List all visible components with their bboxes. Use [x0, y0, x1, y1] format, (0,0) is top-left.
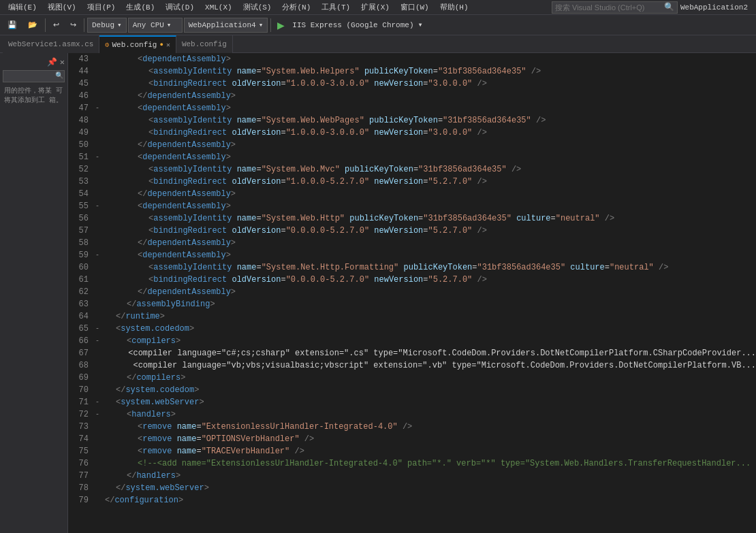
gutter-line-60: 60 — [68, 261, 102, 274]
code-line-77: </handlers> — [105, 470, 756, 482]
tab-modified-dot: ● — [159, 42, 163, 48]
gutter-line-65: 65- — [68, 323, 102, 335]
config-label: Debug — [92, 21, 114, 29]
sidebar-pin[interactable]: 📌 — [47, 57, 57, 67]
gutter-line-54: 54 — [68, 188, 102, 200]
gutter-line-77: 77 — [68, 470, 102, 482]
code-line-76: <!--<add name="ExtensionlessUrlHandler-I… — [105, 457, 756, 470]
gutter-line-63: 63 — [68, 298, 102, 310]
toolbar-separator-3 — [270, 18, 271, 32]
menu-tools[interactable]: 工具(T) — [316, 1, 356, 14]
toolbar-open[interactable]: 📂 — [23, 18, 42, 31]
tab-webconfig-close[interactable]: ✕ — [166, 41, 170, 49]
project-dropdown[interactable]: WebApplication4 ▾ — [184, 18, 268, 33]
gutter-line-57: 57 — [68, 225, 102, 237]
project-chevron: ▾ — [259, 20, 264, 29]
code-line-75: <remove name="TRACEVerbHandler" /> — [105, 445, 756, 457]
tab-webconfig2-label: Web.config — [182, 40, 227, 48]
gutter-line-69: 69 — [68, 372, 102, 384]
code-line-59: <dependentAssembly> — [105, 249, 756, 261]
menu-extensions[interactable]: 扩展(X) — [356, 1, 395, 14]
code-line-69: </compilers> — [105, 372, 756, 384]
menu-project[interactable]: 项目(P) — [82, 1, 121, 14]
menu-debug[interactable]: 调试(D) — [160, 1, 200, 14]
tab-webservice-label: WebService1.asmx.cs — [8, 40, 93, 48]
gutter-line-51: 51- — [68, 151, 102, 163]
code-line-43: <dependentAssembly> — [105, 53, 756, 65]
toolbar-separator-2 — [84, 18, 84, 32]
main-layout: 📌 ✕ 🔍 用的控件，将某 可将其添加到工 箱。 4344454647-4849… — [0, 53, 756, 533]
code-lines: <dependentAssembly><assemblyIdentity nam… — [102, 53, 756, 533]
gutter-line-49: 49 — [68, 127, 102, 139]
tab-webconfig2[interactable]: Web.config — [176, 35, 233, 53]
gutter-line-43: 43 — [68, 53, 102, 65]
gutter-line-55: 55- — [68, 200, 102, 212]
code-line-50: </dependentAssembly> — [105, 139, 756, 151]
gutter-line-78: 78 — [68, 482, 102, 494]
code-line-60: <assemblyIdentity name="System.Net.Http.… — [105, 261, 756, 274]
code-line-74: <remove name="OPTIONSVerbHandler" /> — [105, 433, 756, 445]
config-chevron: ▾ — [117, 20, 122, 29]
gutter-line-50: 50 — [68, 139, 102, 151]
run-dropdown-chevron[interactable]: ▾ — [418, 20, 423, 30]
code-line-55: <dependentAssembly> — [105, 200, 756, 212]
code-line-73: <remove name="ExtensionlessUrlHandler-In… — [105, 421, 756, 433]
platform-chevron: ▾ — [167, 20, 172, 29]
toolbar-save-all[interactable]: 💾 — [3, 18, 22, 31]
config-dropdown[interactable]: Debug ▾ — [87, 18, 127, 33]
menu-view[interactable]: 视图(V) — [42, 1, 82, 14]
gutter-line-56: 56 — [68, 212, 102, 225]
code-line-78: </system.webServer> — [105, 482, 756, 494]
sidebar-close[interactable]: ✕ — [60, 57, 65, 67]
code-line-47: <dependentAssembly> — [105, 102, 756, 114]
tab-bar: WebService1.asmx.cs ⚙ Web.config ● ✕ Web… — [0, 35, 756, 53]
gutter-line-67: 67 — [68, 347, 102, 359]
sidebar: 📌 ✕ 🔍 用的控件，将某 可将其添加到工 箱。 — [0, 53, 68, 533]
menu-help[interactable]: 帮助(H) — [435, 1, 474, 14]
sidebar-search-icon: 🔍 — [55, 71, 63, 80]
menu-xml[interactable]: XML(X) — [200, 2, 238, 13]
run-button[interactable]: ▶ — [274, 18, 288, 33]
gutter-line-70: 70 — [68, 384, 102, 396]
tab-webconfig-active[interactable]: ⚙ Web.config ● ✕ — [99, 35, 176, 53]
platform-dropdown[interactable]: Any CPU ▾ — [128, 18, 183, 33]
menu-edit[interactable]: 编辑(E) — [3, 1, 42, 14]
gutter-line-68: 68 — [68, 359, 102, 372]
tab-webservice[interactable]: WebService1.asmx.cs — [3, 35, 99, 53]
toolbar-undo[interactable]: ↩ — [48, 18, 64, 31]
gutter-line-72: 72- — [68, 408, 102, 421]
project-label: WebApplication4 — [189, 21, 256, 29]
code-line-65: <system.codedom> — [105, 323, 756, 335]
code-line-56: <assemblyIdentity name="System.Web.Http"… — [105, 212, 756, 225]
code-line-64: </runtime> — [105, 310, 756, 323]
gutter-line-45: 45 — [68, 78, 102, 90]
toolbar: 💾 📂 ↩ ↪ Debug ▾ Any CPU ▾ WebApplication… — [0, 15, 756, 35]
toolbar-redo[interactable]: ↪ — [65, 18, 81, 31]
search-input[interactable] — [555, 3, 664, 12]
gutter-line-44: 44 — [68, 65, 102, 78]
menu-window[interactable]: 窗口(W) — [395, 1, 435, 14]
code-line-44: <assemblyIdentity name="System.Web.Helpe… — [105, 65, 756, 78]
code-line-45: <bindingRedirect oldVersion="1.0.0.0-3.0… — [105, 78, 756, 90]
code-area[interactable]: 4344454647-48495051-52535455-56575859-60… — [68, 53, 756, 533]
gutter-line-71: 71- — [68, 396, 102, 408]
gutter-line-74: 74 — [68, 433, 102, 445]
gutter-line-75: 75 — [68, 445, 102, 457]
line-gutter: 4344454647-48495051-52535455-56575859-60… — [68, 53, 102, 533]
code-line-49: <bindingRedirect oldVersion="1.0.0.0-3.0… — [105, 127, 756, 139]
gutter-line-76: 76 — [68, 457, 102, 470]
search-box[interactable]: 🔍 — [552, 1, 678, 14]
menu-analyze[interactable]: 分析(N) — [277, 1, 316, 14]
gutter-line-52: 52 — [68, 163, 102, 176]
code-line-61: <bindingRedirect oldVersion="0.0.0.0-5.2… — [105, 274, 756, 286]
code-line-66: <compilers> — [105, 335, 756, 347]
menu-build[interactable]: 生成(B) — [121, 1, 160, 14]
gutter-line-61: 61 — [68, 274, 102, 286]
code-line-68: <compiler language="vb;vbs;visualbasic;v… — [105, 359, 756, 372]
gutter-line-59: 59- — [68, 249, 102, 261]
gutter-line-66: 66- — [68, 335, 102, 347]
code-line-71: <system.webServer> — [105, 396, 756, 408]
code-editor[interactable]: 4344454647-48495051-52535455-56575859-60… — [68, 53, 756, 533]
gutter-line-53: 53 — [68, 176, 102, 188]
menu-test[interactable]: 测试(S) — [238, 1, 277, 14]
